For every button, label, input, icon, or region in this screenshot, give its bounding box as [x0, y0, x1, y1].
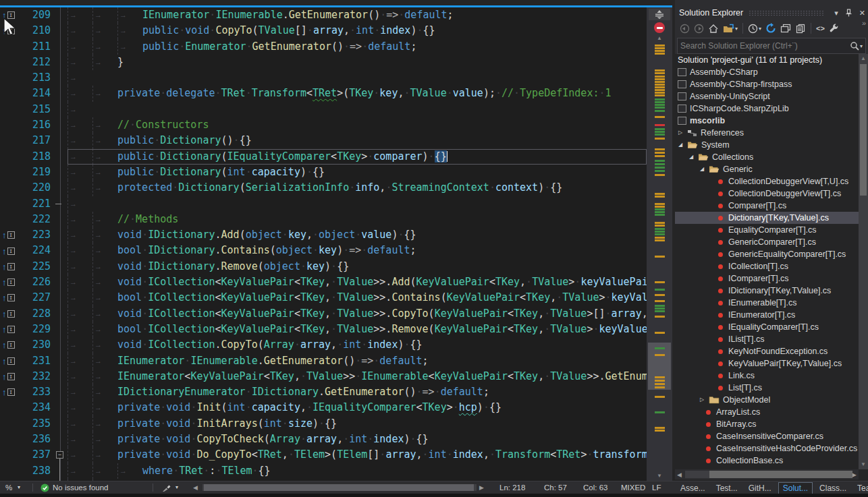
code-line[interactable]: 238→→→where·TRet·:·TElem·{}: [0, 463, 647, 479]
folding-margin[interactable]: [61, 227, 67, 243]
code-text[interactable]: public·void·CopyTo(TValue[]·array,·int·i…: [142, 23, 435, 38]
code-text[interactable]: private·void·Do_CopyTo<TRet,·TElem>(TEle…: [117, 447, 647, 463]
code-line[interactable]: 214→→private·delegate·TRet·Transform<TRe…: [0, 86, 647, 101]
folding-margin[interactable]: [61, 180, 67, 196]
code-line-content[interactable]: →→IEnumerator<KeyValuePair<TKey,·TValue>…: [67, 369, 647, 384]
scroll-up-icon[interactable]: ▲: [859, 55, 868, 61]
line-number[interactable]: 226: [23, 274, 61, 290]
code-line-content[interactable]: →→bool·IDictionary.Contains(object·key)·…: [67, 243, 647, 258]
line-number[interactable]: 209: [23, 7, 61, 23]
line-number[interactable]: 213: [23, 70, 61, 86]
folding-margin[interactable]: [61, 243, 67, 258]
line-number[interactable]: 228: [23, 306, 61, 322]
scroll-left-icon[interactable]: ◀: [675, 471, 684, 478]
line-number[interactable]: 227: [23, 290, 61, 305]
code-text[interactable]: bool·ICollection<KeyValuePair<TKey,·TVal…: [117, 290, 647, 305]
code-line[interactable]: 212→→}: [0, 55, 647, 70]
glyph-margin[interactable]: [0, 447, 23, 463]
code-line[interactable]: 218→→public·Dictionary(IEqualityComparer…: [0, 149, 647, 165]
glyph-margin[interactable]: ↑I: [0, 353, 23, 369]
glyph-margin[interactable]: [0, 149, 23, 165]
code-line-content[interactable]: →→//·Constructors: [67, 117, 647, 133]
code-line-content[interactable]: →→//·Methods: [67, 212, 647, 227]
folding-margin[interactable]: −: [61, 447, 67, 463]
glyph-margin[interactable]: [0, 180, 23, 196]
tree-item-ienumerator-t-cs[interactable]: IEnumerator[T].cs: [675, 309, 859, 321]
folding-margin[interactable]: [61, 7, 67, 23]
implements-member-icon[interactable]: ↑I: [2, 310, 15, 318]
code-text[interactable]: public·Dictionary(IEqualityComparer<TKey…: [117, 149, 447, 165]
code-text[interactable]: void·ICollection<KeyValuePair<TKey,·TVal…: [117, 274, 647, 290]
tree-item-assembly-csharp-firstpass[interactable]: Assembly-CSharp-firstpass: [675, 78, 859, 90]
folding-margin[interactable]: [61, 196, 67, 212]
code-line-content[interactable]: →→private·delegate·TRet·Transform<TRet>(…: [67, 86, 647, 101]
glyph-margin[interactable]: [0, 400, 23, 415]
tree-item-collectionbase-cs[interactable]: CollectionBase.cs: [675, 455, 859, 467]
folding-margin[interactable]: [61, 463, 67, 479]
zoom-control[interactable]: %: [5, 481, 12, 494]
glyph-margin[interactable]: ↑I: [0, 369, 23, 384]
line-number[interactable]: 237: [23, 447, 61, 463]
code-line-content[interactable]: →→public·Dictionary(int·capacity)·{}: [67, 165, 647, 180]
line-number[interactable]: 215: [23, 102, 61, 117]
code-line-content[interactable]: →→→where·TRet·:·TElem·{}: [67, 463, 647, 479]
folding-margin[interactable]: [61, 353, 67, 369]
tree-vscrollbar-thumb[interactable]: [860, 64, 867, 196]
line-number[interactable]: 236: [23, 432, 61, 447]
code-line-content[interactable]: →→IEnumerator·IEnumerable.GetEnumerator(…: [67, 353, 647, 369]
code-text[interactable]: IEnumerator·IEnumerable.GetEnumerator()·…: [142, 7, 454, 23]
tree-item-arraylist-cs[interactable]: ArrayList.cs: [675, 406, 859, 418]
code-text[interactable]: public·Dictionary()·{}: [117, 133, 252, 148]
folding-margin[interactable]: [61, 290, 67, 305]
tree-item-genericequalitycomparer-t-cs[interactable]: GenericEqualityComparer[T].cs: [675, 248, 859, 260]
code-line[interactable]: ↑I210→→→public·void·CopyTo(TValue[]·arra…: [0, 23, 647, 38]
glyph-margin[interactable]: [0, 212, 23, 227]
tree-vertical-scrollbar[interactable]: ▲ ▼: [859, 54, 868, 469]
glyph-margin[interactable]: ↑I: [0, 274, 23, 290]
glyph-margin[interactable]: [0, 416, 23, 432]
tool-window-tab-asse[interactable]: Asse...: [676, 483, 709, 494]
forward-button[interactable]: [693, 22, 705, 35]
line-number[interactable]: 223: [23, 227, 61, 243]
glyph-margin[interactable]: ↑I: [0, 290, 23, 305]
hscroll-right-icon[interactable]: ▶: [479, 481, 484, 494]
fold-collapse-icon[interactable]: −: [56, 451, 63, 459]
pending-changes-filter-button[interactable]: ▾: [747, 22, 763, 35]
line-number[interactable]: 210: [23, 23, 61, 38]
code-text[interactable]: void·IDictionary.Add(object·key,·object·…: [117, 227, 416, 243]
code-text[interactable]: IDictionaryEnumerator·IDictionary.GetEnu…: [117, 384, 489, 400]
tree-item-icollection-t-cs[interactable]: ICollection[T].cs: [675, 260, 859, 272]
code-text[interactable]: IEnumerator·IEnumerable.GetEnumerator()·…: [117, 353, 429, 369]
code-text[interactable]: }: [117, 55, 124, 70]
line-number[interactable]: 211: [23, 39, 61, 55]
chevron-expanded-icon[interactable]: ◢: [678, 142, 682, 148]
line-number[interactable]: 231: [23, 353, 61, 369]
line-number[interactable]: 229: [23, 322, 61, 337]
code-text[interactable]: where·TRet·:·TElem·{}: [142, 463, 271, 479]
editor-scrollbar-marker-strip[interactable]: ▲ ▼: [647, 7, 672, 481]
search-options-icon[interactable]: ▾: [860, 43, 863, 49]
line-number[interactable]: 214: [23, 86, 61, 101]
line-number[interactable]: 233: [23, 384, 61, 400]
code-line[interactable]: ↑I231→→IEnumerator·IEnumerable.GetEnumer…: [0, 353, 647, 369]
tree-item-keynotfoundexception-cs[interactable]: KeyNotFoundException.cs: [675, 345, 859, 357]
code-text[interactable]: //·Constructors: [117, 117, 209, 133]
code-editor[interactable]: ↑I209→→→IEnumerator·IEnumerable.GetEnume…: [0, 7, 647, 481]
code-line[interactable]: 234→→private·void·Init(int·capacity,·IEq…: [0, 400, 647, 415]
code-text[interactable]: bool·IDictionary.Contains(object·key)·=>…: [117, 243, 416, 258]
tree-item-genericcomparer-t-cs[interactable]: GenericComparer[T].cs: [675, 236, 859, 248]
home-button[interactable]: [707, 22, 720, 35]
code-text[interactable]: private·void·Init(int·capacity,·IEqualit…: [117, 400, 501, 415]
code-line-content[interactable]: →: [67, 70, 647, 86]
pin-icon[interactable]: [845, 9, 852, 17]
code-line[interactable]: ↑I233→→IDictionaryEnumerator·IDictionary…: [0, 384, 647, 400]
glyph-margin[interactable]: ↑I: [0, 322, 23, 337]
hscroll-left-icon[interactable]: ◀: [193, 481, 198, 494]
folding-margin[interactable]: [61, 133, 67, 148]
glyph-margin[interactable]: ↑I: [0, 227, 23, 243]
folding-margin[interactable]: [61, 86, 67, 101]
glyph-margin[interactable]: [0, 102, 23, 117]
glyph-margin[interactable]: [0, 39, 23, 55]
code-line[interactable]: ↑I232→→IEnumerator<KeyValuePair<TKey,·TV…: [0, 369, 647, 384]
glyph-margin[interactable]: ↑I: [0, 259, 23, 274]
